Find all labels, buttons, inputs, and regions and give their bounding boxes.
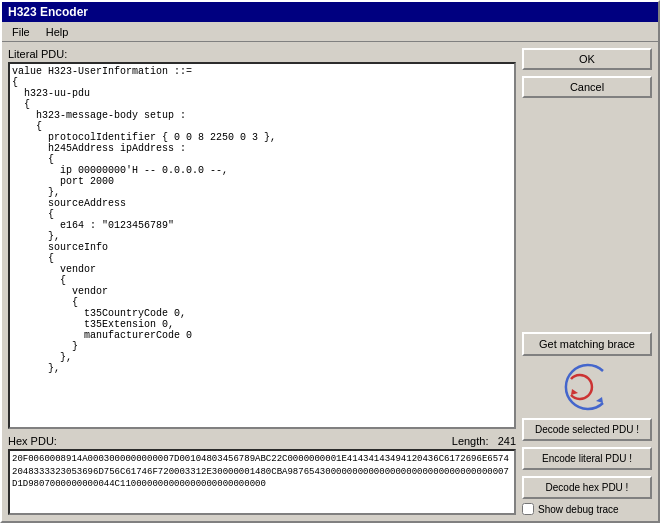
show-debug-trace-label: Show debug trace bbox=[538, 504, 619, 515]
hex-pdu-section: Hex PDU: Length: 241 20F0060008914A00030… bbox=[8, 435, 516, 515]
content-area: Literal PDU: Hex PDU: Length: 241 20F006… bbox=[2, 42, 658, 521]
hex-pdu-content[interactable]: 20F0060008914A0003000000000007D001048034… bbox=[8, 449, 516, 515]
svg-marker-1 bbox=[571, 389, 578, 395]
cancel-button[interactable]: Cancel bbox=[522, 76, 652, 98]
length-label: Length: bbox=[452, 435, 489, 447]
hex-pdu-header: Hex PDU: Length: 241 bbox=[8, 435, 516, 447]
hex-pdu-label: Hex PDU: bbox=[8, 435, 57, 447]
left-panel: Literal PDU: Hex PDU: Length: 241 20F006… bbox=[8, 48, 516, 515]
menu-help[interactable]: Help bbox=[40, 24, 75, 40]
decode-selected-pdu-button[interactable]: Decode selected PDU ! bbox=[522, 418, 652, 441]
menu-file[interactable]: File bbox=[6, 24, 36, 40]
brace-icon bbox=[557, 362, 617, 412]
right-panel-bottom: Decode hex PDU ! Show debug trace bbox=[522, 476, 652, 515]
spacer bbox=[522, 104, 652, 326]
ok-button[interactable]: OK bbox=[522, 48, 652, 70]
svg-marker-0 bbox=[596, 397, 603, 403]
decode-hex-pdu-button[interactable]: Decode hex PDU ! bbox=[522, 476, 652, 499]
literal-pdu-label: Literal PDU: bbox=[8, 48, 516, 60]
encode-literal-pdu-button[interactable]: Encode literal PDU ! bbox=[522, 447, 652, 470]
title-bar: H323 Encoder bbox=[2, 2, 658, 22]
menu-bar: File Help bbox=[2, 22, 658, 42]
right-panel-top: OK Cancel Get matching brace bbox=[522, 48, 652, 470]
literal-pdu-textarea[interactable] bbox=[8, 62, 516, 429]
length-value: 241 bbox=[498, 435, 516, 447]
get-matching-brace-button[interactable]: Get matching brace bbox=[522, 332, 652, 356]
window-title: H323 Encoder bbox=[8, 5, 88, 19]
show-debug-trace-checkbox[interactable] bbox=[522, 503, 534, 515]
main-window: H323 Encoder File Help Literal PDU: Hex … bbox=[0, 0, 660, 523]
show-debug-row: Show debug trace bbox=[522, 503, 652, 515]
literal-pdu-section: Literal PDU: bbox=[8, 48, 516, 429]
hex-length-display: Length: 241 bbox=[452, 435, 516, 447]
right-panel: OK Cancel Get matching brace bbox=[522, 48, 652, 515]
